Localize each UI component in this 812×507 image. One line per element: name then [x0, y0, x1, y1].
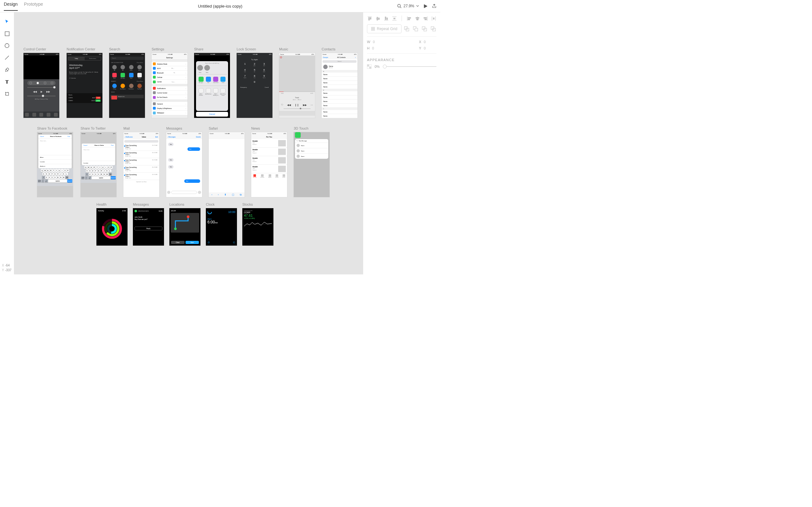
artboard-label: Safari	[209, 126, 245, 130]
zoom-control[interactable]: 27.9%	[397, 4, 419, 8]
artboard-label: Notification Center	[67, 47, 102, 51]
boolean-buttons	[403, 26, 437, 32]
artboard-settings[interactable]: Settings Carrier9:41 AM42% Settings Airp…	[152, 47, 188, 118]
select-tool[interactable]	[3, 18, 10, 25]
text-tool[interactable]	[3, 78, 10, 85]
document-title: Untitled (apple-ios copy)	[198, 4, 242, 9]
tab-prototype[interactable]: Prototype	[24, 2, 43, 11]
svg-point-3	[5, 44, 9, 48]
artboard-tool[interactable]	[3, 90, 10, 97]
repeat-grid-button[interactable]: Repeat Grid	[367, 24, 402, 33]
weather-text: Mostly cloudy currently. The high will b…	[67, 71, 102, 76]
artboard-share-fb[interactable]: Share To Facebook Carrier9:41 AM42% Canc…	[37, 126, 73, 197]
w-label: W	[367, 40, 370, 44]
opacity-row: 0%	[367, 64, 437, 69]
align-left[interactable]	[406, 15, 411, 21]
share-icon[interactable]	[432, 4, 437, 8]
align-bottom[interactable]	[384, 15, 389, 21]
pen-tool[interactable]	[3, 66, 10, 73]
artboard-label: Share To Twitter	[81, 126, 116, 130]
artboard-label: Locations	[169, 203, 200, 206]
bool-subtract[interactable]	[412, 26, 419, 32]
artboard-watch-clock[interactable]: Clock 10:00 Alarm 6:00AM ⏱⏲	[206, 203, 237, 245]
artboard-contacts[interactable]: Contacts Carrier9:41 AM42% GroupsAll Con…	[322, 47, 357, 118]
media-controls: ◀◀▶▶▶	[23, 90, 59, 93]
artboard-search[interactable]: Search Carrier9:41 AM42% Search SIRI SUG…	[109, 47, 145, 118]
artboard-label: Messages	[166, 126, 202, 130]
svg-rect-2	[5, 32, 9, 36]
artboard-label: Lock Screen	[237, 47, 272, 51]
artboard-label: Stocks	[242, 203, 273, 206]
svg-rect-29	[433, 18, 434, 19]
artboard-watch-messages[interactable]: Messages MESSAGES3:26 John Smith Hey How…	[133, 203, 164, 245]
svg-rect-26	[425, 19, 426, 20]
h-label: H	[367, 46, 369, 50]
settings-title: Settings	[152, 55, 188, 60]
align-hcenter[interactable]	[415, 15, 420, 21]
svg-line-4	[5, 56, 9, 60]
align-vcenter[interactable]	[375, 15, 380, 21]
svg-rect-14	[387, 18, 388, 20]
messages-app-icon	[295, 132, 301, 138]
opacity-value[interactable]: 0%	[374, 65, 380, 68]
artboard-messages[interactable]: Messages Carrier9:41 AM42% ‹ MessagesDet…	[166, 126, 202, 197]
bool-intersect[interactable]	[421, 26, 427, 32]
svg-rect-20	[408, 19, 410, 20]
artboard-music[interactable]: Music Carrier9:41 AM42% 0:34-3:25 TrackA…	[279, 47, 315, 118]
svg-rect-25	[424, 17, 426, 18]
artboard-watch-stocks[interactable]: Stocks Corporation Inc. CORP 47.61 +1.02…	[242, 203, 273, 245]
artboard-3d-touch[interactable]: 3D Touch ✎New Message Name Name Name	[294, 126, 329, 197]
h-value[interactable]: 0	[372, 46, 385, 50]
artboard-label: Messages	[133, 203, 164, 206]
svg-point-51	[174, 228, 177, 230]
artboard-notification-center[interactable]: Notification Center Carrier9:41 AM42% To…	[67, 47, 102, 118]
opacity-slider[interactable]	[383, 66, 437, 67]
canvas[interactable]: Control Center Carrier9:41 AM42% ◀◀▶▶▶ A…	[14, 12, 363, 274]
artboard-safari[interactable]: Safari Carrier9:41 AM42% ‹›⬆▢⧉	[209, 126, 245, 197]
rectangle-tool[interactable]	[3, 30, 10, 37]
zoom-value: 27.9%	[403, 4, 414, 8]
dimension-row: H0 Y0	[367, 46, 437, 50]
tab-design[interactable]: Design	[4, 2, 18, 11]
distribute-v[interactable]	[392, 15, 397, 21]
play-icon[interactable]	[423, 4, 427, 8]
svg-rect-10	[377, 17, 378, 20]
artboard-label: Share	[194, 47, 230, 51]
artboard-label: Settings	[152, 47, 188, 51]
airdrop-label: AirDrop: Contacts Only	[23, 98, 59, 100]
svg-rect-23	[416, 19, 418, 20]
artboard-label: 3D Touch	[294, 126, 329, 130]
y-value[interactable]: 0	[424, 46, 437, 50]
svg-rect-7	[368, 17, 369, 20]
artboard-mail[interactable]: Mail Carrier9:41 AM42% ‹ MailboxesInboxE…	[123, 126, 159, 197]
artboard-control-center[interactable]: Control Center Carrier9:41 AM42% ◀◀▶▶▶ A…	[23, 47, 59, 118]
svg-rect-31	[373, 27, 374, 29]
artboard-share-tw[interactable]: Share To Twitter Carrier9:41 AM42% Cance…	[81, 126, 116, 197]
align-top[interactable]	[367, 15, 372, 21]
line-tool[interactable]	[3, 54, 10, 61]
artboard-news[interactable]: News Carrier9:41 AM42% For You HeaderTex…	[251, 126, 287, 197]
svg-rect-13	[385, 17, 386, 20]
w-value[interactable]: 0	[373, 40, 386, 44]
artboard-share[interactable]: Share Carrier9:41 AM42% Tap to share wit…	[194, 47, 230, 118]
ellipse-tool[interactable]	[3, 42, 10, 49]
distribute-h[interactable]	[432, 15, 437, 21]
bool-exclude[interactable]	[430, 26, 437, 32]
x-value[interactable]: 0	[424, 40, 437, 44]
artboard-lock-screen[interactable]: Lock Screen Carrier9:41 AM42% Try Again …	[237, 47, 272, 118]
align-right[interactable]	[423, 15, 428, 21]
artboard-label: Share To Facebook	[37, 126, 73, 130]
svg-rect-5	[6, 93, 9, 95]
share-title: Tap to share with AirDrop	[197, 62, 227, 64]
search-icon	[397, 4, 402, 8]
svg-rect-30	[371, 27, 373, 29]
artboard-watch-locations[interactable]: Locations 10:24 ClearStart	[169, 203, 200, 245]
canvas-coords: X-64 Y-337	[2, 263, 11, 273]
artboard-label: Mail	[123, 126, 159, 130]
x-label: X	[419, 40, 421, 44]
artboard-watch-health[interactable]: Health Activity2:50	[96, 203, 128, 245]
svg-rect-8	[370, 17, 371, 19]
top-bar: Design Prototype Untitled (apple-ios cop…	[0, 0, 440, 12]
artboard-label: Clock	[206, 203, 237, 206]
bool-add[interactable]	[403, 26, 410, 32]
